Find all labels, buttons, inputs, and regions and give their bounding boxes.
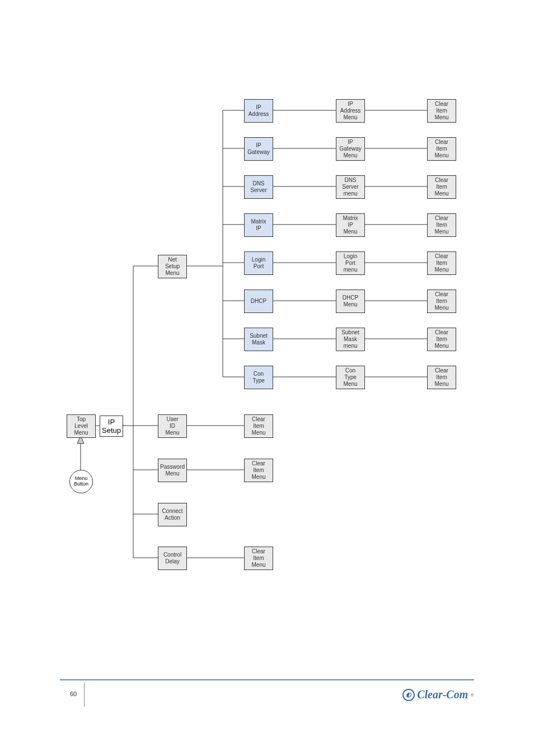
net-item-7-clear-label: Clear Item Menu [434, 367, 448, 388]
top-level-menu-node: Top Level Menu [67, 414, 96, 438]
control-delay-clear-label: Clear Item Menu [251, 548, 265, 568]
password-node: Password Menu [158, 459, 187, 482]
net-item-3-menu-label: Matrix IP Menu [343, 215, 358, 235]
net-item-6-clear-label: Clear Item Menu [434, 329, 448, 349]
footer-divider [84, 682, 85, 707]
net-item-4-clear: Clear Item Menu [427, 251, 456, 275]
net-item-3-menu: Matrix IP Menu [336, 213, 365, 237]
net-item-1-menu-label: IP Gateway Menu [339, 139, 361, 159]
menu-button-node: Menu Button [69, 470, 93, 493]
net-item-0-menu: IP Address Menu [336, 99, 365, 123]
net-item-7-menu-label: Con Type Menu [343, 367, 357, 388]
logo-icon: ◐ [402, 689, 415, 701]
net-item-3-label: Matrix IP [251, 218, 266, 232]
user-id-clear-label: Clear Item Menu [251, 416, 265, 436]
net-item-2-clear-label: Clear Item Menu [434, 177, 448, 197]
net-item-4-clear-label: Clear Item Menu [434, 253, 448, 273]
control-delay-node: Control Delay [158, 547, 187, 570]
net-item-5: DHCP [244, 290, 273, 313]
net-item-7-menu: Con Type Menu [336, 366, 365, 389]
net-setup-node: Net Setup Menu [158, 255, 187, 278]
net-item-5-menu-label: DHCP Menu [343, 295, 358, 308]
connect-label: Connect Action [162, 508, 182, 521]
footer-rule [60, 679, 474, 680]
net-item-0-clear-label: Clear Item Menu [434, 101, 448, 121]
net-item-5-label: DHCP [251, 298, 266, 305]
password-label: Password Menu [160, 464, 185, 477]
net-item-2-label: DNS Server [250, 180, 266, 194]
page-number: 60 [70, 690, 77, 697]
top-level-menu-label: Top Level Menu [74, 416, 88, 436]
net-item-1-label: IP Gateway [247, 142, 269, 156]
net-item-2-menu: DNS Server menu [336, 175, 365, 199]
net-item-4: Login Port [244, 251, 273, 275]
net-item-2-menu-label: DNS Server menu [342, 177, 358, 197]
net-item-1-menu: IP Gateway Menu [336, 137, 365, 161]
net-item-6-menu: Subnet Mask menu [336, 328, 365, 351]
connect-node: Connect Action [158, 503, 187, 526]
net-item-0-label: IP Address [249, 104, 269, 118]
net-item-7-label: Con Type [252, 371, 265, 384]
net-item-4-menu-label: Login Port menu [343, 253, 357, 273]
net-item-0-menu-label: IP Address Menu [340, 101, 361, 121]
net-item-6-menu-label: Subnet Mask menu [341, 329, 359, 349]
control-delay-clear: Clear Item Menu [244, 547, 273, 570]
net-item-1: IP Gateway [244, 137, 273, 161]
brand-logo: ◐ Clear-Com® [402, 688, 474, 703]
net-item-3-clear: Clear Item Menu [427, 213, 456, 237]
control-delay-label: Control Delay [163, 552, 181, 565]
ip-setup-node: IP Setup [100, 416, 123, 437]
password-clear: Clear Item Menu [244, 459, 273, 482]
net-item-5-clear: Clear Item Menu [427, 290, 456, 313]
page: Menu Button Top Level Menu IP Setup Net … [0, 0, 534, 756]
net-item-0-clear: Clear Item Menu [427, 99, 456, 123]
net-item-4-label: Login Port [252, 256, 265, 270]
user-id-node: User ID Menu [158, 414, 187, 438]
net-item-6-clear: Clear Item Menu [427, 328, 456, 351]
net-item-1-clear-label: Clear Item Menu [434, 139, 448, 159]
net-item-2-clear: Clear Item Menu [427, 175, 456, 199]
net-item-2: DNS Server [244, 175, 273, 199]
user-id-clear: Clear Item Menu [244, 414, 273, 438]
net-item-5-menu: DHCP Menu [336, 290, 365, 313]
net-item-1-clear: Clear Item Menu [427, 137, 456, 161]
user-id-label: User ID Menu [165, 416, 179, 436]
password-clear-label: Clear Item Menu [251, 460, 265, 480]
net-item-3: Matrix IP [244, 213, 273, 237]
net-setup-label: Net Setup Menu [165, 256, 180, 277]
net-item-5-clear-label: Clear Item Menu [434, 291, 448, 311]
net-item-4-menu: Login Port menu [336, 251, 365, 275]
net-item-3-clear-label: Clear Item Menu [434, 215, 448, 235]
net-item-0: IP Address [244, 99, 273, 123]
net-item-6-label: Subnet Mask [250, 333, 268, 346]
net-item-7: Con Type [244, 366, 273, 389]
ip-setup-label: IP Setup [102, 418, 121, 435]
net-item-6: Subnet Mask [244, 328, 273, 351]
brand-name: Clear-Com [417, 688, 468, 701]
net-item-7-clear: Clear Item Menu [427, 366, 456, 389]
menu-button-label: Menu Button [74, 476, 88, 487]
